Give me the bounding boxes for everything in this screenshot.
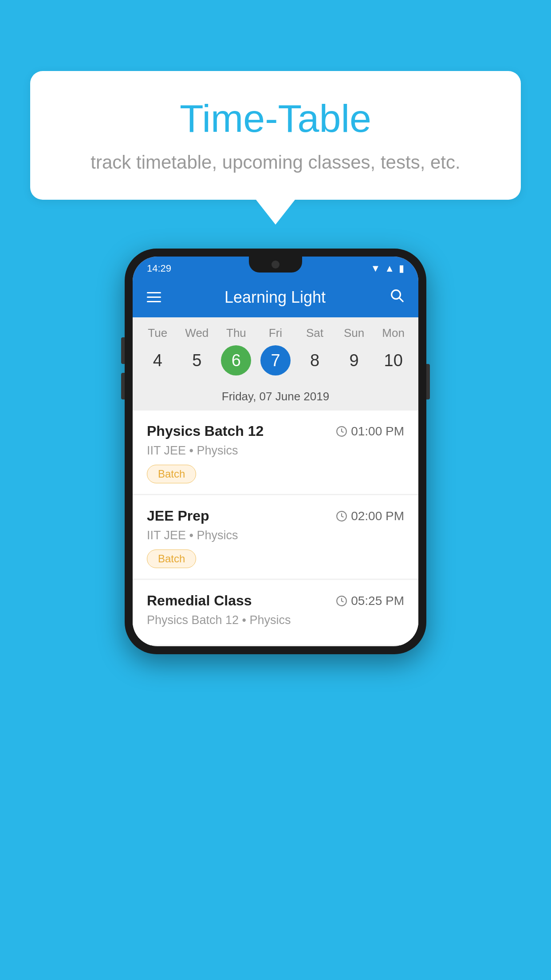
schedule-item-2-header: JEE Prep 02:00 PM xyxy=(147,508,404,524)
status-time: 14:29 xyxy=(147,263,171,274)
bubble-tail xyxy=(256,200,295,225)
svg-line-1 xyxy=(399,298,403,301)
power-button xyxy=(426,364,430,399)
day-col-wed[interactable]: Wed 5 xyxy=(182,326,212,384)
day-col-mon[interactable]: Mon 10 xyxy=(378,326,409,384)
clock-icon-3 xyxy=(336,595,347,607)
bubble-subtitle: track timetable, upcoming classes, tests… xyxy=(57,152,494,173)
schedule-item-1[interactable]: Physics Batch 12 01:00 PM IIT JEE • Phys… xyxy=(133,411,418,494)
phone-notch xyxy=(249,257,302,273)
app-title: Learning Light xyxy=(224,288,326,307)
schedule-item-3-header: Remedial Class 05:25 PM xyxy=(147,593,404,609)
schedule-item-3-subtitle: Physics Batch 12 • Physics xyxy=(147,613,404,627)
day-col-fri[interactable]: Fri 7 xyxy=(260,326,291,384)
clock-icon-2 xyxy=(336,510,347,522)
battery-icon: ▮ xyxy=(399,263,404,274)
schedule-item-2-time: 02:00 PM xyxy=(336,509,404,523)
signal-icon: ▲ xyxy=(385,263,394,274)
batch-badge-2: Batch xyxy=(147,549,196,568)
selected-date-label: Friday, 07 June 2019 xyxy=(133,384,418,411)
search-button[interactable] xyxy=(389,288,404,307)
clock-icon-1 xyxy=(336,426,347,437)
phone-mockup: 14:29 ▼ ▲ ▮ Learning Light xyxy=(125,249,426,654)
calendar-strip: Tue 4 Wed 5 Thu 6 Fri 7 xyxy=(133,317,418,411)
volume-down-button xyxy=(121,373,125,399)
schedule-item-3-time: 05:25 PM xyxy=(336,594,404,608)
wifi-icon: ▼ xyxy=(370,263,380,274)
hamburger-menu-button[interactable] xyxy=(147,292,161,302)
schedule-item-2[interactable]: JEE Prep 02:00 PM IIT JEE • Physics Batc… xyxy=(133,495,418,579)
phone-screen: 14:29 ▼ ▲ ▮ Learning Light xyxy=(133,257,418,646)
app-header: Learning Light xyxy=(133,279,418,317)
schedule-item-1-time: 01:00 PM xyxy=(336,424,404,439)
bubble-title: Time-Table xyxy=(57,96,494,141)
batch-badge-1: Batch xyxy=(147,465,196,483)
speech-bubble-card: Time-Table track timetable, upcoming cla… xyxy=(30,71,521,200)
phone-frame: 14:29 ▼ ▲ ▮ Learning Light xyxy=(125,249,426,654)
volume-up-button xyxy=(121,337,125,364)
day-col-tue[interactable]: Tue 4 xyxy=(142,326,173,384)
schedule-item-3-title: Remedial Class xyxy=(147,593,252,609)
day-col-sun[interactable]: Sun 9 xyxy=(339,326,369,384)
schedule-item-3[interactable]: Remedial Class 05:25 PM Physics Batch 12… xyxy=(133,580,418,645)
schedule-list: Physics Batch 12 01:00 PM IIT JEE • Phys… xyxy=(133,411,418,645)
front-camera xyxy=(272,261,279,269)
day-col-sat[interactable]: Sat 8 xyxy=(300,326,330,384)
schedule-item-1-title: Physics Batch 12 xyxy=(147,423,264,439)
days-row: Tue 4 Wed 5 Thu 6 Fri 7 xyxy=(133,326,418,384)
schedule-item-1-subtitle: IIT JEE • Physics xyxy=(147,444,404,458)
schedule-item-2-subtitle: IIT JEE • Physics xyxy=(147,529,404,542)
speech-bubble-section: Time-Table track timetable, upcoming cla… xyxy=(30,71,521,225)
schedule-item-1-header: Physics Batch 12 01:00 PM xyxy=(147,423,404,439)
schedule-item-2-title: JEE Prep xyxy=(147,508,209,524)
status-icons: ▼ ▲ ▮ xyxy=(370,263,404,274)
day-col-thu[interactable]: Thu 6 xyxy=(221,326,251,384)
